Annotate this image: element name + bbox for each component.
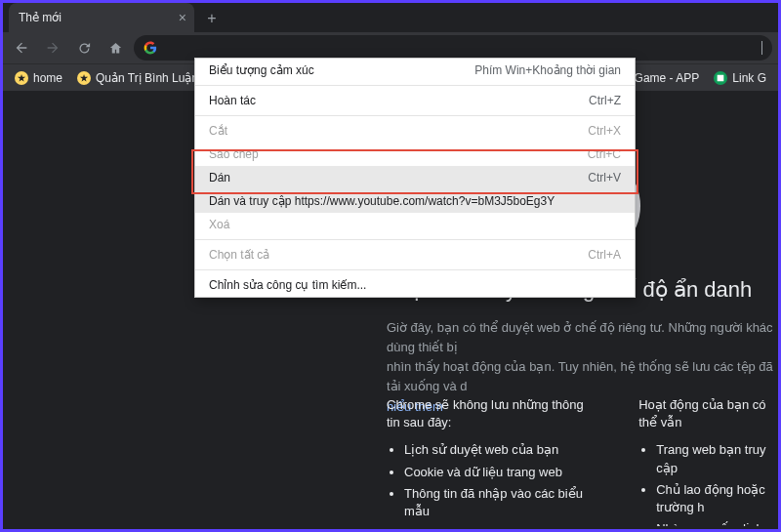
tab-current[interactable]: Thẻ mới × — [9, 3, 194, 32]
context-menu-item[interactable]: Hoàn tácCtrl+Z — [195, 89, 635, 112]
menu-item-label: Chỉnh sửa công cụ tìm kiếm... — [209, 278, 366, 292]
list-item: Chủ lao động hoặc trường h — [656, 481, 775, 516]
bookmark-home[interactable]: ★ home — [9, 68, 68, 88]
context-menu-item: CắtCtrl+X — [195, 119, 635, 143]
new-tab-button[interactable]: + — [200, 7, 224, 30]
context-menu-item: Chọn tất cảCtrl+A — [195, 243, 635, 266]
menu-item-shortcut: Ctrl+Z — [589, 94, 621, 107]
context-menu: Biểu tượng cảm xúcPhím Win+Khoảng thời g… — [194, 58, 636, 298]
bookmark-label: Quản Trị Bình Luận... — [96, 71, 208, 85]
context-menu-item[interactable]: DánCtrl+V — [195, 166, 635, 189]
bookmark-label: home — [33, 71, 62, 85]
list-item: Trang web bạn truy cập — [656, 441, 775, 476]
arrow-right-icon — [45, 40, 61, 56]
list-item: Thông tin đã nhập vào các biểu mẫu — [404, 485, 590, 520]
list-item: Lịch sử duyệt web của bạn — [404, 441, 590, 459]
back-button[interactable] — [9, 35, 34, 61]
context-menu-item: Sao chépCtrl+C — [195, 143, 635, 166]
menu-item-label: Dán — [209, 171, 230, 184]
star-icon: ★ — [77, 71, 91, 85]
sheets-icon — [714, 71, 727, 85]
menu-item-shortcut: Ctrl+X — [588, 124, 621, 138]
menu-separator — [195, 239, 635, 240]
close-icon[interactable]: × — [179, 10, 186, 25]
star-icon: ★ — [15, 71, 28, 85]
context-menu-item: Xoá — [195, 213, 635, 236]
menu-item-shortcut: Ctrl+A — [588, 248, 621, 262]
context-menu-item[interactable]: Dán và truy cập https://www.youtube.com/… — [195, 189, 635, 213]
intro-line2: nhìn thấy hoạt động của bạn. Tuy nhiên, … — [387, 359, 773, 393]
col1-heading: Chrome sẽ không lưu những thông tin sau … — [387, 396, 590, 431]
menu-item-label: Xoá — [209, 218, 229, 231]
browser-window: Thẻ mới × + ★ — [0, 0, 781, 532]
info-col-2: Hoạt động của bạn có thể vẫn Trang web b… — [638, 396, 775, 526]
info-col-1: Chrome sẽ không lưu những thông tin sau … — [387, 396, 590, 526]
menu-item-label: Cắt — [209, 124, 227, 138]
list-item: Cookie và dữ liệu trang web — [404, 464, 590, 481]
menu-item-shortcut: Ctrl+V — [588, 171, 621, 184]
bookmark-label: Link G — [732, 71, 766, 85]
menu-item-shortcut: Phím Win+Khoảng thời gian — [474, 63, 621, 77]
bookmark-quantri[interactable]: ★ Quản Trị Bình Luận... — [71, 68, 214, 88]
home-icon — [108, 41, 123, 56]
context-menu-item[interactable]: Biểu tượng cảm xúcPhím Win+Khoảng thời g… — [195, 59, 635, 82]
menu-separator — [195, 115, 635, 116]
caret-indicator — [761, 41, 762, 55]
col2-heading: Hoạt động của bạn có thể vẫn — [638, 396, 775, 431]
menu-separator — [195, 269, 635, 270]
reload-icon — [77, 41, 92, 56]
google-icon — [144, 41, 157, 55]
arrow-left-icon — [14, 40, 29, 56]
info-columns: Chrome sẽ không lưu những thông tin sau … — [387, 396, 775, 526]
tab-bar: Thẻ mới × + — [3, 3, 778, 32]
bookmark-link[interactable]: Link G — [708, 68, 772, 88]
bookmark-label: Game - APP — [635, 71, 700, 85]
menu-item-label: Dán và truy cập https://www.youtube.com/… — [209, 194, 555, 208]
address-input[interactable] — [165, 41, 754, 56]
home-button[interactable] — [103, 35, 128, 61]
forward-button[interactable] — [40, 35, 65, 61]
context-menu-item[interactable]: Chỉnh sửa công cụ tìm kiếm... — [195, 273, 635, 297]
reload-button[interactable] — [71, 35, 97, 61]
menu-item-label: Chọn tất cả — [209, 248, 269, 262]
list-item: Nhà cung cấp dịch vụ Intern — [656, 520, 775, 526]
menu-item-label: Hoàn tác — [209, 94, 256, 107]
intro-line1: Giờ đây, bạn có thể duyệt web ở chế độ r… — [387, 320, 773, 354]
menu-item-shortcut: Ctrl+C — [588, 147, 621, 161]
menu-separator — [195, 85, 635, 86]
tab-title: Thẻ mới — [19, 11, 62, 24]
menu-item-label: Biểu tượng cảm xúc — [209, 63, 314, 77]
menu-item-label: Sao chép — [209, 147, 259, 161]
